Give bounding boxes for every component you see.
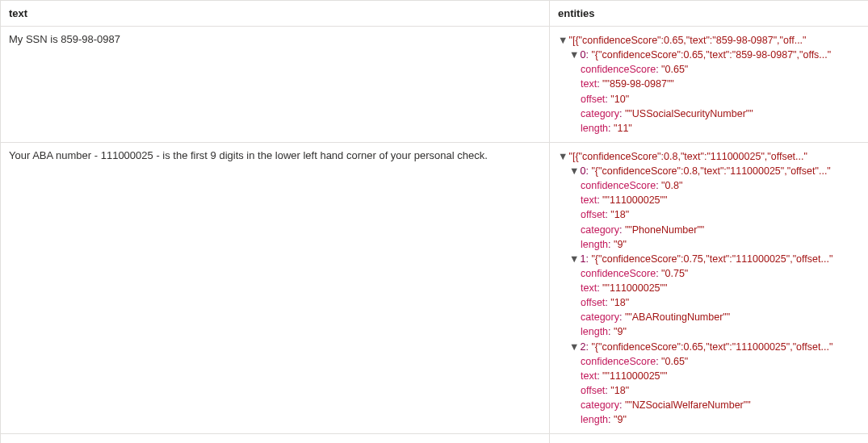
tree-node-property: length: "9" [558,237,860,252]
tree-node-value: ""111000025"" [602,194,667,206]
tree-node-property: text: ""859-98-0987"" [558,77,860,91]
caret-down-icon: ▼ [569,340,577,354]
tree-node-property: confidenceScore: "0.65" [558,354,860,369]
tree-node-key: text [581,282,597,294]
tree-node-value: ""111000025"" [602,282,667,294]
tree-node-property: category: ""ABARoutingNumber"" [558,310,860,324]
tree-node-key: offset [581,297,605,308]
cell-entities: ▼ "[{"confidenceScore":0.65,"text":"859-… [550,27,869,143]
tree-node-value: "10" [610,94,629,105]
col-header-text: text [1,1,550,27]
tree-node-property: confidenceScore: "0.8" [558,178,860,193]
tree-node-key: text [581,78,597,90]
tree-node-value: "9" [614,326,627,337]
tree-node-property: offset: "18" [558,383,860,398]
tree-node-object[interactable]: ▼ 0: "{"confidenceScore":0.65,"text":"85… [558,48,860,62]
tree-node-value: "0.65" [661,356,688,367]
cell-text: Your ABA number - 111000025 - is the fir… [1,142,550,433]
caret-down-icon: ▼ [558,33,566,48]
tree-node-summary: "{"confidenceScore":0.65,"text":"859-98-… [591,49,831,61]
col-header-entities: entities [550,1,869,27]
tree-node-property: length: "11" [558,121,860,136]
tree-node-summary: "[{"confidenceScore":0.8,"text":"1110000… [568,151,807,162]
tree-node-array[interactable]: ▼ "[{"confidenceScore":0.8,"text":"11100… [558,149,860,164]
tree-node-property: category: ""PhoneNumber"" [558,223,860,237]
tree-node-object[interactable]: ▼ 0: "{"confidenceScore":0.8,"text":"111… [558,164,860,178]
tree-node-key: category [581,311,619,323]
tree-node-key: length [581,414,608,425]
cell-text: My SSN is 859-98-0987 [1,27,550,143]
tree-node-property: length: "9" [558,412,860,427]
tree-node-property: text: ""111000025"" [558,369,860,383]
tree-node-property: category: ""USSocialSecurityNumber"" [558,107,860,121]
caret-down-icon: ▼ [569,252,577,266]
tree-node-key: offset [581,94,605,105]
tree-node-value: ""111000025"" [602,370,667,382]
tree-node-value: "0.65" [661,64,688,75]
caret-down-icon: ▼ [569,164,577,178]
tree-node-key: category [581,224,619,236]
tree-node-property: confidenceScore: "0.65" [558,62,860,77]
tree-node-summary: "{"confidenceScore":0.75,"text":"1110000… [591,253,832,265]
tree-node-value: "18" [610,297,629,308]
table-row: My SSN is 859-98-0987▼ "[{"confidenceSco… [1,27,869,143]
tree-node-key: length [581,123,608,134]
tree-node-value: "18" [610,209,629,220]
tree-node-property: confidenceScore: "0.75" [558,266,860,281]
caret-down-icon: ▼ [569,48,577,62]
tree-node-key: text [581,370,597,382]
table-row: Your ABA number - 111000025 - is the fir… [1,142,869,433]
tree-node-value: ""859-98-0987"" [602,78,674,90]
table-row: Is 998.214.865-68 your Brazilian CPF num… [1,434,869,443]
tree-node-property: offset: "18" [558,207,860,222]
tree-node-key: confidenceScore [581,180,656,191]
tree-node-property: offset: "10" [558,92,860,107]
tree-node-property: offset: "18" [558,295,860,310]
tree-node-summary: "{"confidenceScore":0.8,"text":"11100002… [591,165,830,177]
caret-down-icon: ▼ [558,149,566,164]
tree-node-object[interactable]: ▼ 1: "{"confidenceScore":0.75,"text":"11… [558,252,860,266]
tree-node-key: length [581,239,608,250]
tree-node-object[interactable]: ▼ 2: "{"confidenceScore":0.65,"text":"11… [558,340,860,354]
tree-node-value: ""ABARoutingNumber"" [625,311,730,323]
tree-node-value: "18" [610,385,629,396]
tree-node-key: confidenceScore [581,64,656,75]
tree-node-value: "9" [614,414,627,425]
tree-node-property: category: ""NZSocialWelfareNumber"" [558,398,860,412]
tree-node-key: offset [581,209,605,220]
tree-node-property: text: ""111000025"" [558,193,860,207]
tree-node-value: "11" [614,123,632,134]
tree-node-key: length [581,326,608,337]
tree-node-value: "9" [614,239,627,250]
tree-node-value: ""USSocialSecurityNumber"" [625,108,753,119]
results-table: text entities My SSN is 859-98-0987▼ "[{… [0,0,868,443]
cell-entities: "[]" [550,434,869,443]
tree-node-summary: "{"confidenceScore":0.65,"text":"1110000… [591,341,832,353]
tree-node-array[interactable]: ▼ "[{"confidenceScore":0.65,"text":"859-… [558,33,860,48]
cell-entities: ▼ "[{"confidenceScore":0.8,"text":"11100… [550,142,869,433]
tree-node-value: ""NZSocialWelfareNumber"" [625,399,751,411]
tree-node-key: category [581,108,619,119]
tree-node-value: "0.8" [661,180,682,191]
table-header-row: text entities [1,1,869,27]
tree-node-value: ""PhoneNumber"" [625,224,704,236]
tree-node-property: text: ""111000025"" [558,281,860,295]
tree-node-key: confidenceScore [581,268,656,279]
tree-node-key: category [581,399,619,411]
cell-text: Is 998.214.865-68 your Brazilian CPF num… [1,434,550,443]
tree-node-summary: "[{"confidenceScore":0.65,"text":"859-98… [568,35,806,46]
tree-node-value: "0.75" [661,268,688,279]
tree-node-key: offset [581,385,605,396]
tree-node-key: confidenceScore [581,356,656,367]
tree-node-property: length: "9" [558,324,860,339]
tree-node-key: text [581,194,597,206]
